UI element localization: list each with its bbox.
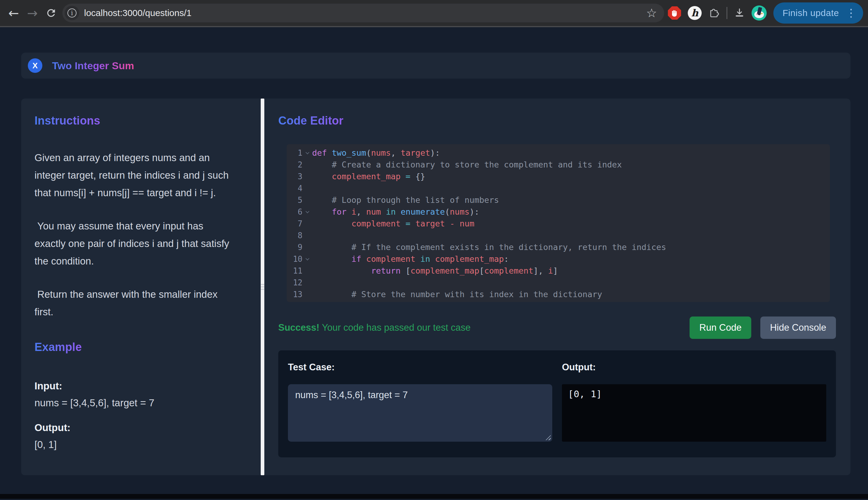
code-line: 6 for i, num in enumerate(nums): (292, 206, 830, 218)
info-icon: i (67, 9, 77, 18)
test-case-textarea[interactable]: nums = [3,4,5,6], target = 7 (288, 384, 552, 442)
page-body: X Two Integer Sum Instructions Given an … (0, 27, 868, 494)
line-number: 8 (292, 231, 302, 240)
textarea-resize-handle-icon[interactable] (545, 435, 551, 440)
toolbar-right: h Finish update ⋮ (668, 2, 863, 24)
instruction-paragraphs: Given an array of integers nums and an i… (34, 149, 248, 321)
reload-button[interactable] (42, 4, 60, 22)
code-text: return [complement_map[complement], i] (312, 265, 558, 276)
toolbar-separator (726, 7, 728, 19)
fold-chevron-icon[interactable] (302, 258, 312, 260)
code-line: 3 complement_map = {} (292, 170, 830, 182)
code-text: if complement in complement_map: (312, 253, 509, 265)
example-io: Input: nums = [3,4,5,6], target = 7 Outp… (34, 380, 248, 451)
finish-update-button[interactable]: Finish update ⋮ (773, 2, 863, 24)
site-info-button[interactable]: i (65, 6, 79, 20)
adblock-extension-icon[interactable] (668, 6, 681, 20)
hand-icon (670, 9, 679, 18)
honey-extension-icon[interactable]: h (688, 6, 702, 20)
code-lines: 1def two_sum(nums, target):2 # Create a … (292, 147, 830, 300)
status-message-bold: Success! (278, 322, 319, 333)
instruction-paragraph: You may assume that every input has exac… (34, 217, 248, 270)
code-text: # Loop through the list of numbers (312, 194, 499, 206)
question-header-card: X Two Integer Sum (21, 53, 850, 79)
code-line: 10 if complement in complement_map: (292, 253, 830, 265)
run-code-button[interactable]: Run Code (690, 317, 751, 339)
extensions-puzzle-icon[interactable] (708, 7, 720, 19)
line-number: 10 (292, 254, 302, 264)
status-message-rest: Your code has passed our test case (319, 322, 471, 333)
code-line: 12 (292, 276, 830, 288)
divider-grip-icon (261, 284, 264, 290)
line-number: 4 (292, 184, 302, 193)
test-case-column: Test Case: nums = [3,4,5,6], target = 7 (288, 362, 552, 457)
profile-avatar[interactable] (752, 5, 767, 21)
test-case-label: Test Case: (288, 362, 552, 373)
output-label: Output: (562, 362, 826, 373)
hide-console-button[interactable]: Hide Console (760, 317, 836, 339)
console-output: [0, 1] (562, 384, 826, 442)
status-row: Success! Your code has passed our test c… (278, 317, 836, 339)
back-button[interactable]: ← (4, 4, 23, 22)
browser-toolbar: ← → i localhost:3000/questions/1 ☆ h (0, 0, 868, 27)
example-input-label: Input: (34, 380, 248, 392)
line-number: 6 (292, 207, 302, 216)
line-number: 5 (292, 196, 302, 205)
code-editor-heading: Code Editor (278, 114, 343, 127)
code-line: 7 complement = target - num (292, 218, 830, 229)
output-column: Output: [0, 1] (562, 362, 826, 457)
panel-resize-divider[interactable] (261, 99, 264, 475)
line-number: 9 (292, 243, 302, 252)
line-number: 13 (292, 290, 302, 299)
code-line: 13 # Store the number with its index in … (292, 288, 830, 300)
code-line: 5 # Loop through the list of numbers (292, 194, 830, 206)
finish-update-label: Finish update (782, 8, 839, 18)
code-text: # Create a dictionary to store the compl… (312, 159, 622, 170)
line-number: 1 (292, 148, 302, 158)
main-content: Instructions Given an array of integers … (21, 99, 850, 475)
fold-chevron-icon[interactable] (302, 151, 312, 154)
action-buttons: Run Code Hide Console (690, 317, 836, 339)
code-line: 1def two_sum(nums, target): (292, 147, 830, 159)
question-badge: X (28, 58, 42, 73)
line-number: 12 (292, 278, 302, 287)
code-line: 9 # If the complement exists in the dict… (292, 241, 830, 253)
forward-button[interactable]: → (23, 4, 42, 22)
back-arrow-icon: ← (8, 6, 19, 21)
instruction-paragraph: Return the answer with the smaller index… (34, 286, 248, 321)
line-number: 7 (292, 219, 302, 228)
address-bar[interactable]: i localhost:3000/questions/1 ☆ (62, 4, 664, 22)
download-icon (734, 8, 745, 19)
bottom-black-bar (0, 494, 868, 499)
browser-menu-dots-icon[interactable]: ⋮ (844, 8, 858, 19)
code-text: complement_map = {} (312, 170, 425, 182)
instructions-panel: Instructions Given an array of integers … (21, 99, 261, 475)
code-editor[interactable]: 1def two_sum(nums, target):2 # Create a … (287, 144, 830, 302)
code-line: 4 (292, 182, 830, 194)
code-text: # If the complement exists in the dictio… (312, 241, 666, 253)
forward-arrow-icon: → (27, 6, 37, 21)
editor-panel: Code Editor 1def two_sum(nums, target):2… (264, 99, 850, 475)
example-heading: Example (34, 341, 82, 354)
reload-icon (45, 7, 57, 19)
url-text[interactable]: localhost:3000/questions/1 (84, 8, 646, 18)
status-message: Success! Your code has passed our test c… (278, 322, 471, 333)
code-line: 11 return [complement_map[complement], i… (292, 265, 830, 276)
fold-chevron-icon[interactable] (302, 211, 312, 213)
line-number: 11 (292, 266, 302, 275)
downloads-button[interactable] (734, 8, 745, 19)
code-text: complement = target - num (312, 218, 474, 229)
instructions-heading: Instructions (34, 114, 100, 127)
code-text: # Store the number with its index in the… (312, 288, 602, 300)
console-panel: Test Case: nums = [3,4,5,6], target = 7 … (278, 350, 836, 457)
line-number: 2 (292, 160, 302, 169)
example-output-label: Output: (34, 422, 248, 433)
line-number: 3 (292, 172, 302, 181)
instruction-paragraph: Given an array of integers nums and an i… (34, 149, 248, 202)
code-text: for i, num in enumerate(nums): (312, 206, 480, 218)
page-title: Two Integer Sum (52, 60, 134, 72)
bookmark-star-icon[interactable]: ☆ (646, 6, 657, 20)
example-output-value: [0, 1] (34, 439, 248, 451)
code-line: 8 (292, 229, 830, 241)
code-line: 2 # Create a dictionary to store the com… (292, 159, 830, 170)
